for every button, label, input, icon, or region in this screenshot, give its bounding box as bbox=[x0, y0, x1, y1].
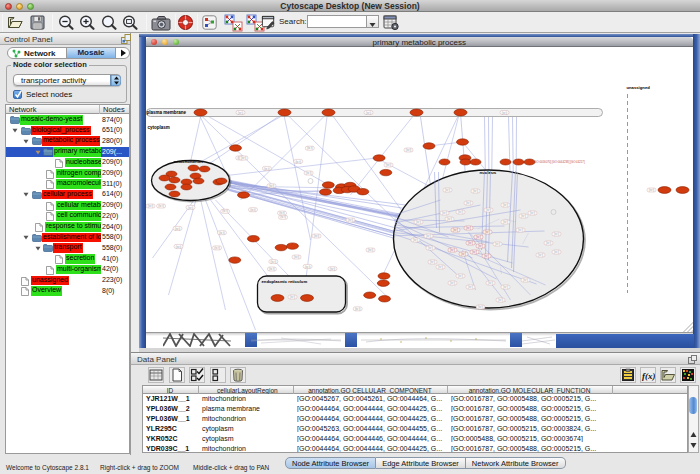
svg-text:(tx t): (tx t) bbox=[219, 231, 225, 235]
svg-text:(tx t): (tx t) bbox=[457, 210, 463, 214]
svg-text:(tx t): (tx t) bbox=[313, 234, 319, 238]
svg-text:(tx t): (tx t) bbox=[449, 281, 455, 285]
svg-text:(tx t): (tx t) bbox=[648, 188, 654, 192]
svg-text:(tx t): (tx t) bbox=[441, 211, 447, 215]
svg-text:(tx t): (tx t) bbox=[415, 220, 421, 224]
svg-text:(tx t): (tx t) bbox=[304, 265, 310, 269]
svg-text:(tx t): (tx t) bbox=[269, 267, 275, 271]
svg-text:(tx t): (tx t) bbox=[147, 204, 153, 208]
svg-text:(tx t): (tx t) bbox=[457, 274, 463, 278]
svg-text:(tx t): (tx t) bbox=[175, 245, 181, 249]
svg-text:f(x): f(x) bbox=[642, 371, 655, 381]
svg-text:(tx t): (tx t) bbox=[264, 167, 270, 171]
svg-text:(tx t): (tx t) bbox=[449, 248, 455, 252]
svg-text:(tx t): (tx t) bbox=[270, 260, 276, 264]
svg-text:(tx t): (tx t) bbox=[465, 201, 471, 205]
svg-text:(tx t): (tx t) bbox=[467, 241, 473, 245]
svg-text:(tx t): (tx t) bbox=[367, 248, 373, 252]
svg-text:(tx t): (tx t) bbox=[158, 204, 164, 208]
svg-text:mitochondrion: mitochondrion bbox=[173, 159, 203, 164]
svg-text:(tx t): (tx t) bbox=[405, 148, 411, 152]
svg-text:(tx t): (tx t) bbox=[494, 242, 500, 246]
svg-text:unassigned: unassigned bbox=[626, 85, 650, 90]
svg-text:(tx t): (tx t) bbox=[553, 232, 559, 236]
svg-text:(tx t): (tx t) bbox=[289, 295, 295, 299]
svg-text:(tx t): (tx t) bbox=[412, 238, 418, 242]
svg-text:(tx t): (tx t) bbox=[529, 211, 535, 215]
svg-text:(tx t): (tx t) bbox=[485, 208, 491, 212]
svg-text:(tx t): (tx t) bbox=[307, 146, 313, 150]
svg-text:(tx t): (tx t) bbox=[240, 156, 246, 160]
svg-text:(tx t): (tx t) bbox=[354, 307, 360, 311]
svg-text:(tx t): (tx t) bbox=[483, 254, 489, 258]
svg-text:cytoplasm: cytoplasm bbox=[147, 125, 169, 130]
svg-text:(tx t): (tx t) bbox=[250, 208, 256, 212]
svg-text:(tx t): (tx t) bbox=[329, 267, 335, 271]
svg-text:(tx t): (tx t) bbox=[545, 241, 551, 245]
svg-text:(tx t): (tx t) bbox=[452, 228, 458, 232]
svg-text:(tx t): (tx t) bbox=[475, 235, 481, 239]
svg-text:(tx t): (tx t) bbox=[429, 260, 435, 264]
svg-text:(tx t): (tx t) bbox=[385, 163, 391, 167]
svg-text:(tx t): (tx t) bbox=[237, 111, 243, 115]
svg-text:(tx t): (tx t) bbox=[471, 250, 477, 254]
svg-text:(tx t): (tx t) bbox=[520, 214, 526, 218]
svg-text:(tx t): (tx t) bbox=[472, 189, 478, 193]
svg-text:(tx t): (tx t) bbox=[444, 188, 450, 192]
svg-text:(tx t): (tx t) bbox=[187, 206, 193, 210]
svg-text:endoplasmic reticulum: endoplasmic reticulum bbox=[261, 279, 307, 284]
svg-text:nucleus: nucleus bbox=[479, 170, 496, 175]
svg-text:[GO:0016070] [GO:0044238] [GO:: [GO:0016070] [GO:0044238] [GO:44217] bbox=[533, 160, 584, 164]
svg-text:(tx t): (tx t) bbox=[347, 218, 353, 222]
svg-text:(tx t): (tx t) bbox=[295, 160, 301, 164]
svg-text:(tx t): (tx t) bbox=[484, 230, 490, 234]
svg-text:(tx t): (tx t) bbox=[522, 278, 528, 282]
svg-text:(tx t): (tx t) bbox=[517, 228, 523, 232]
svg-text:(tx t): (tx t) bbox=[446, 217, 452, 221]
svg-text:(tx t): (tx t) bbox=[502, 285, 508, 289]
svg-text:(tx t): (tx t) bbox=[553, 250, 559, 254]
svg-text:(tx t): (tx t) bbox=[427, 246, 433, 250]
svg-text:(tx t): (tx t) bbox=[222, 209, 228, 213]
svg-text:(tx t): (tx t) bbox=[502, 203, 508, 207]
svg-text:(tx t): (tx t) bbox=[305, 171, 311, 175]
svg-text:(tx t): (tx t) bbox=[293, 255, 299, 259]
svg-text:(tx t): (tx t) bbox=[467, 285, 473, 289]
svg-text:(tx t): (tx t) bbox=[477, 244, 483, 248]
svg-text:(tx t): (tx t) bbox=[437, 265, 443, 269]
svg-text:(tx t): (tx t) bbox=[280, 215, 286, 219]
svg-text:(tx t): (tx t) bbox=[460, 252, 466, 256]
svg-text:(tx t): (tx t) bbox=[425, 234, 431, 238]
svg-text:(tx t): (tx t) bbox=[214, 246, 220, 250]
svg-text:(tx t): (tx t) bbox=[502, 220, 508, 224]
svg-text:(tx t): (tx t) bbox=[174, 227, 180, 231]
svg-text:(tx t): (tx t) bbox=[497, 298, 503, 302]
svg-text:(tx t): (tx t) bbox=[487, 281, 493, 285]
svg-text:(tx t): (tx t) bbox=[268, 184, 274, 188]
svg-text:(tx t): (tx t) bbox=[365, 111, 371, 115]
svg-text:(tx t): (tx t) bbox=[501, 111, 507, 115]
svg-text:(tx t): (tx t) bbox=[465, 226, 471, 230]
svg-text:(tx t): (tx t) bbox=[477, 305, 483, 309]
svg-text:(tx t): (tx t) bbox=[537, 253, 543, 257]
svg-text:plasma membrane: plasma membrane bbox=[146, 110, 186, 115]
